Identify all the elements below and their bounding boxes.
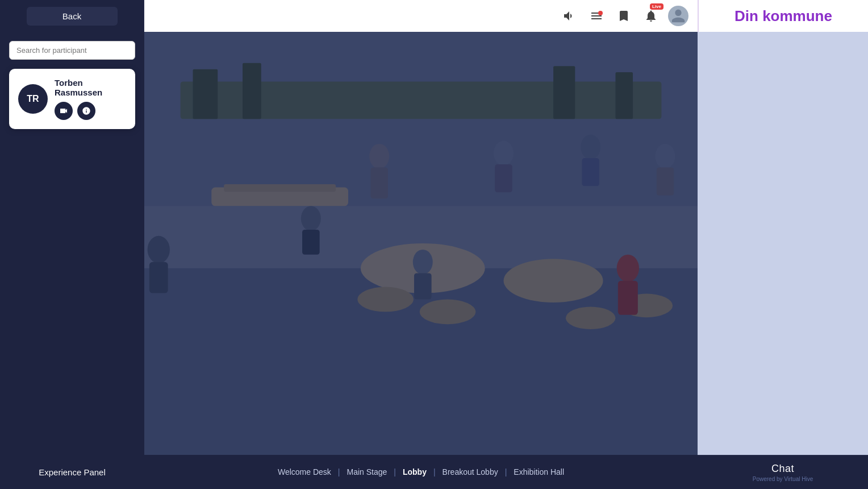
info-icon: [82, 106, 91, 115]
back-button[interactable]: Back: [27, 7, 118, 26]
nav-welcome-desk[interactable]: Welcome Desk: [271, 467, 338, 476]
volume-button[interactable]: [559, 6, 579, 26]
bottom-center: Welcome Desk | Main Stage | Lobby | Brea…: [144, 455, 698, 489]
participant-info: Torben Rasmussen: [55, 78, 126, 120]
main-content: TR Torben Rasmussen: [0, 32, 868, 455]
top-bar-left: Back: [0, 0, 144, 32]
video-call-button[interactable]: [55, 102, 73, 120]
live-badge: Live: [650, 3, 663, 10]
bottom-bar: Experience Panel Welcome Desk | Main Sta…: [0, 455, 868, 489]
top-bar: Back Live: [0, 0, 868, 32]
top-bar-center: Live: [144, 0, 698, 32]
info-button[interactable]: [77, 102, 95, 120]
scene-overlay: [144, 32, 698, 455]
nav-lobby[interactable]: Lobby: [396, 467, 433, 476]
search-input[interactable]: [9, 41, 135, 60]
menu-button[interactable]: [586, 6, 607, 26]
bottom-left: Experience Panel: [0, 455, 144, 489]
user-avatar[interactable]: [668, 6, 688, 26]
bookmark-button[interactable]: [614, 6, 634, 26]
brand-title: Din kommune: [735, 7, 832, 25]
nav-breakout-lobby[interactable]: Breakout Lobby: [436, 467, 505, 476]
svg-point-0: [598, 11, 603, 15]
scene-area: [144, 32, 698, 455]
bookmark-icon: [617, 9, 631, 23]
list-icon: [590, 9, 603, 23]
powered-by: Powered by Virtual Hive: [753, 476, 813, 482]
volume-icon: [562, 9, 576, 23]
nav-exhibition-hall[interactable]: Exhibition Hall: [507, 467, 571, 476]
participant-avatar: TR: [18, 84, 48, 114]
left-panel: TR Torben Rasmussen: [0, 32, 144, 455]
video-icon: [59, 106, 68, 115]
participant-name: Torben Rasmussen: [55, 78, 126, 97]
experience-panel-button[interactable]: Experience Panel: [39, 467, 106, 477]
bell-icon: [644, 9, 658, 23]
right-panel: [698, 32, 868, 455]
chat-button[interactable]: Chat: [771, 463, 794, 475]
avatar-icon: [670, 8, 686, 24]
notification-button[interactable]: Live: [641, 6, 661, 26]
top-bar-right: Din kommune: [698, 0, 868, 32]
participant-actions: [55, 102, 126, 120]
participant-card: TR Torben Rasmussen: [9, 69, 135, 129]
nav-main-stage[interactable]: Main Stage: [340, 467, 394, 476]
bottom-right: Chat Powered by Virtual Hive: [698, 455, 868, 489]
